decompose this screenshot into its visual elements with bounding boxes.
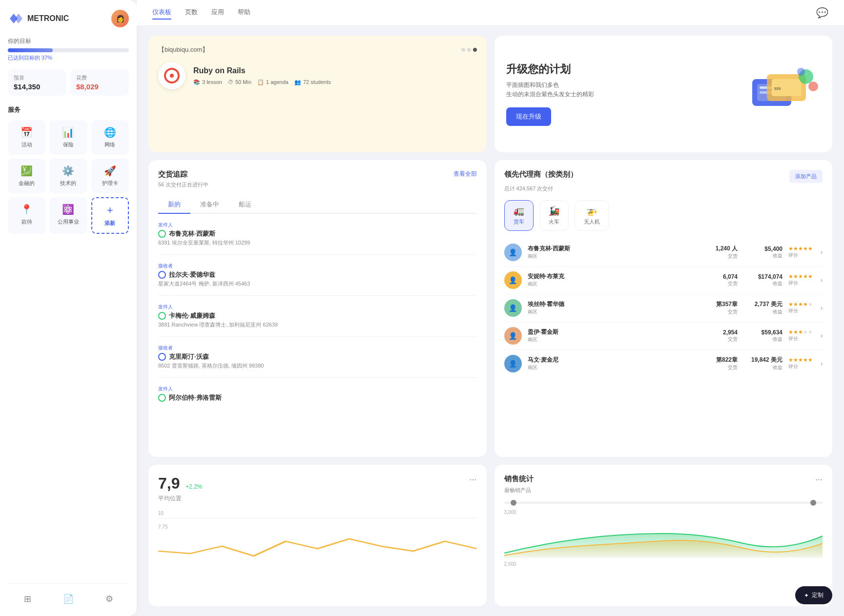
dealer-region-1: 南区 [528,281,703,287]
service-insurance-label: 保险 [63,141,74,148]
dealers-title: 领先代理商（按类别） [504,170,577,179]
course-info: Ruby on Rails 📚 3 lesson ⏱ 50 Min 📋 1 [193,66,331,85]
service-financial[interactable]: 💹 金融的 [8,159,45,193]
dealer-rating-4: ★★★★★ 评分 [788,357,813,370]
avg-position-value: 7,9 [158,474,180,493]
delivery-title: 交货追踪 [158,170,187,179]
delivery-icon-1 [158,271,166,279]
dealer-tab-drone[interactable]: 🚁 无人机 [575,200,609,231]
dealer-row-3: 👤 盖伊·霍金斯 南区 2,954 交货 $59,634 收益 ★★★★★ 评分 [504,322,823,350]
chat-icon[interactable]: 💬 [816,7,828,19]
dealer-info-1: 安妮特·布莱克 南区 [528,272,703,287]
topbar-right: 💬 [816,7,828,19]
dealer-stat-3: 2,954 交货 [708,329,738,343]
settings-icon[interactable]: ⚙ [103,592,115,606]
dealer-stat-4: 第822章 交货 [708,356,738,371]
dealer-region-0: 南区 [528,253,703,260]
delivery-subtitle: 56 次交付正在进行中 [158,181,477,188]
delivery-view-all[interactable]: 查看全部 [453,170,477,178]
dealer-arrow-0[interactable]: › [821,249,823,256]
dealer-region-4: 南区 [528,364,703,371]
service-insurance[interactable]: 📊 保险 [49,120,87,155]
activity-icon: 📅 [21,126,33,138]
position-svg [158,532,477,561]
dealer-arrow-4[interactable]: › [821,360,823,367]
dealer-arrow-2[interactable]: › [821,305,823,311]
dealer-tab-train[interactable]: 🚂 火车 [539,200,569,231]
service-nursing[interactable]: 🚀 护理卡 [91,159,129,193]
course-meta: 📚 3 lesson ⏱ 50 Min 📋 1 agenda 👥 [193,79,331,85]
goal-section: 你的目标 已达到目标的 37% [8,37,129,62]
delivery-item-1: 接收者 拉尔夫·爱德华兹 星家大道2464号 梅萨, 新泽西州 45463 [158,263,477,296]
avatar[interactable]: 👩 [111,10,129,27]
nav-dashboard[interactable]: 仪表板 [152,6,171,20]
sales-subtitle: 最畅销产品 [504,487,823,494]
dealer-name-4: 马文·麦金尼 [528,356,703,364]
dealer-arrow-3[interactable]: › [821,332,823,339]
financial-icon: 💹 [21,165,33,177]
delivery-icon-2 [158,312,166,320]
delivery-item-4: 发件人 阿尔伯特·弗洛雷斯 [158,386,477,410]
dealer-tabs: 🚛 货车 🚂 火车 🚁 无人机 [504,200,823,231]
layers-icon[interactable]: ⊞ [22,592,33,606]
dealer-info-2: 埃丝特·霍华德 南区 [528,300,703,315]
delivery-name-3: 克里斯汀·沃森 [158,352,477,361]
sidebar-header: METRONIC 👩 [8,10,129,27]
dealer-tab-truck[interactable]: 🚛 货车 [504,200,534,231]
service-grid: 📅 活动 📊 保险 🌐 网络 💹 金融的 ⚙️ 技术的 🚀 护理卡 📍 款待 ⚛ [8,120,129,234]
service-hospitality-label: 款待 [21,218,32,226]
service-network-label: 网络 [104,141,115,148]
public-icon: ⚛️ [62,204,74,215]
course-title: Ruby on Rails [193,66,331,75]
upgrade-title: 升级您的计划 [506,62,594,77]
service-hospitality[interactable]: 📍 款待 [8,197,45,234]
sales-header: 销售统计 ··· [504,474,823,485]
avg-position-trend: +2.2% [185,483,202,490]
nav-help[interactable]: 帮助 [238,6,250,20]
service-add-new[interactable]: + 添新 [91,197,129,234]
delivery-icon-3 [158,353,166,361]
services-title: 服务 [8,105,129,114]
course-body: Ruby on Rails 📚 3 lesson ⏱ 50 Min 📋 1 [158,62,477,89]
tab-preparing[interactable]: 准备中 [190,196,229,214]
course-card: 【biqubiqu.com】 Ruby on Rails 📚 3 l [148,36,487,152]
insurance-icon: 📊 [62,126,74,138]
dealer-name-1: 安妮特·布莱克 [528,272,703,281]
lessons-icon: 📚 [193,79,200,85]
content-grid: 【biqubiqu.com】 Ruby on Rails 📚 3 l [137,26,844,616]
avg-more-icon[interactable]: ··· [469,474,476,485]
add-product-button[interactable]: 添加产品 [789,170,823,183]
upgrade-card: 升级您的计划 平面插图和我们多色 生动的未混合紫色头发女士的精彩 现在升级 [494,36,833,152]
dealer-stat-2: 第357章 交货 [708,300,738,315]
train-icon: 🚂 [549,205,559,216]
dot-1 [461,48,465,52]
truck-label: 货车 [514,218,524,226]
dealers-header: 领先代理商（按类别） 添加产品 [504,170,823,183]
upgrade-button[interactable]: 现在升级 [506,107,551,126]
file-icon[interactable]: 📄 [61,592,76,606]
service-network[interactable]: 🌐 网络 [91,120,129,155]
progress-fill [8,48,53,52]
nav-apps[interactable]: 应用 [211,6,224,20]
drone-icon: 🚁 [586,205,597,216]
truck-icon: 🚛 [514,205,524,216]
dealer-row-2: 👤 埃丝特·霍华德 南区 第357章 交货 2,737 美元 收益 ★★★★★ … [504,294,823,322]
customize-button[interactable]: ✦ 定制 [795,586,832,604]
delivery-icon-0 [158,230,166,238]
tab-shipping[interactable]: 船运 [229,196,261,214]
dealer-revenue-2: 2,737 美元 收益 [743,300,782,315]
dealer-info-3: 盖伊·霍金斯 南区 [528,328,703,343]
service-public[interactable]: ⚛️ 公用事业 [49,197,87,234]
dealer-name-0: 布鲁克林·西蒙斯 [528,245,703,253]
service-activity[interactable]: 📅 活动 [8,120,45,155]
tab-new[interactable]: 新的 [158,196,190,214]
upgrade-svg: $$$ [742,64,821,123]
hospitality-icon: 📍 [21,204,33,215]
nav-pages[interactable]: 页数 [185,6,198,20]
dealer-arrow-1[interactable]: › [821,277,823,284]
service-tech[interactable]: ⚙️ 技术的 [49,159,87,193]
sales-more-icon[interactable]: ··· [815,474,823,485]
sales-range-slider[interactable] [504,502,823,504]
dealer-info-4: 马文·麦金尼 南区 [528,356,703,371]
delivery-card: 交货追踪 查看全部 56 次交付正在进行中 新的 准备中 船运 发件人 布鲁克林… [148,160,487,457]
